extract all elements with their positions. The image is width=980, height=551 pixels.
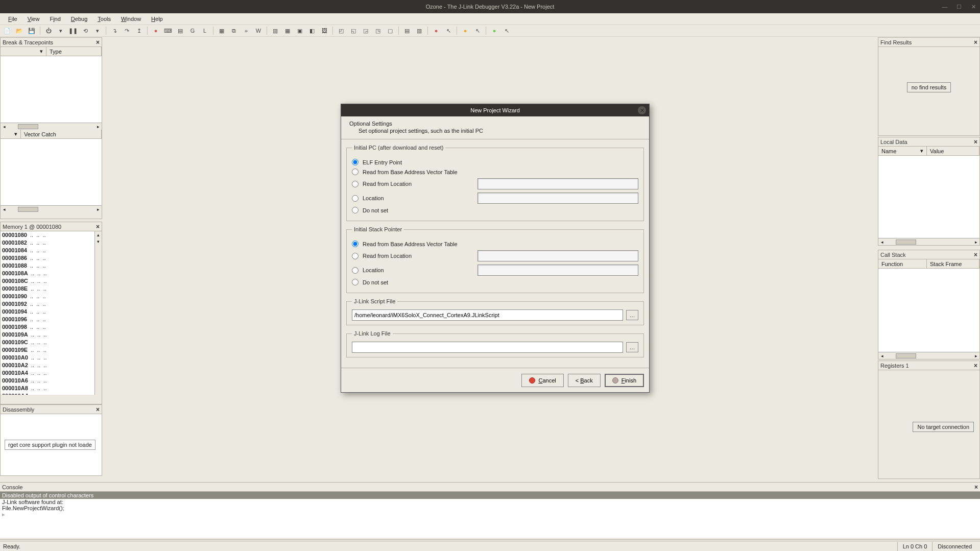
finish-button[interactable]: Finish: [605, 374, 644, 387]
toolbar-i3-icon[interactable]: ◲: [361, 26, 371, 35]
close-icon[interactable]: ×: [96, 223, 100, 230]
radio-sp-location[interactable]: [352, 267, 358, 274]
toolbar-graph-icon[interactable]: ⧉: [229, 26, 239, 35]
panel-title: Registers 1: [880, 363, 909, 369]
maximize-icon[interactable]: ☐: [955, 3, 963, 10]
menu-window[interactable]: Window: [116, 15, 146, 23]
toolbar-global-icon[interactable]: G: [187, 26, 198, 35]
toolbar-step-into-icon[interactable]: ↴: [109, 26, 119, 35]
toolbar-cursor2-icon[interactable]: ↖: [472, 26, 483, 35]
toolbar-cursor3-icon[interactable]: ↖: [501, 26, 512, 35]
radio-location[interactable]: [352, 195, 358, 202]
radio-sp-do-not-set[interactable]: [352, 279, 358, 285]
scrollbar-horizontal[interactable]: ◂▸: [1, 123, 102, 130]
toolbar-data-icon[interactable]: ▤: [175, 26, 185, 35]
menu-help[interactable]: Help: [146, 15, 168, 23]
toolbar-i2-icon[interactable]: ◱: [348, 26, 358, 35]
memory-view[interactable]: 00001080 .. .. ..00001082 .. .. ..000010…: [1, 231, 102, 395]
memory-row: 00001092 .. .. ..: [1, 300, 102, 308]
toolbar-dropdown-icon[interactable]: ▾: [56, 26, 66, 35]
location-input[interactable]: [477, 193, 638, 204]
read-location-input[interactable]: [477, 178, 638, 189]
toolbar-i1-icon[interactable]: ◰: [336, 26, 346, 35]
console-prompt[interactable]: ▸: [0, 511, 980, 518]
close-icon[interactable]: ×: [96, 39, 100, 46]
toolbar-img-icon[interactable]: 🖼: [319, 26, 329, 35]
toolbar-mem-icon[interactable]: ▥: [270, 26, 280, 35]
menu-find[interactable]: Find: [44, 15, 65, 23]
column-function[interactable]: Function: [878, 259, 927, 268]
toolbar-t1-icon[interactable]: ◧: [307, 26, 317, 35]
minimize-icon[interactable]: —: [941, 3, 948, 10]
toolbar-chip-icon[interactable]: ▦: [217, 26, 227, 35]
new-project-wizard-dialog: New Project Wizard ✕ Optional Settings S…: [341, 104, 650, 393]
radio-base-vector[interactable]: [352, 169, 358, 175]
cancel-button[interactable]: Cancel: [521, 374, 563, 387]
call-stack-list: [878, 269, 979, 352]
window-title: Ozone - The J-Link Debugger V3.22a - New…: [426, 4, 555, 10]
toolbar-separator: [457, 27, 457, 35]
close-icon[interactable]: ×: [974, 484, 978, 491]
scrollbar-vertical[interactable]: ▴▾: [94, 231, 102, 395]
radio-do-not-set[interactable]: [352, 207, 358, 213]
toolbar-pause-icon[interactable]: ❚❚: [68, 26, 78, 35]
console-output[interactable]: Disabled output of control characters J-…: [0, 492, 980, 538]
jlink-log-input[interactable]: [352, 342, 623, 353]
sp-location-input[interactable]: [477, 265, 638, 276]
menu-file[interactable]: File: [3, 15, 22, 23]
close-icon[interactable]: ×: [974, 362, 977, 369]
close-icon[interactable]: ×: [974, 251, 977, 258]
toolbar-blue-icon[interactable]: ▥: [414, 26, 424, 35]
radio-sp-base-vector[interactable]: [352, 241, 358, 247]
chevron-down-icon[interactable]: ▾: [1, 47, 46, 56]
toolbar-green-dot-icon[interactable]: ●: [489, 26, 499, 35]
memory-row: 0000109A .. .. ..: [1, 331, 102, 339]
memory-row: 000010A4 .. .. ..: [1, 369, 102, 377]
close-icon[interactable]: ×: [974, 39, 977, 46]
menu-debug[interactable]: Debug: [66, 15, 92, 23]
browse-button[interactable]: …: [626, 342, 638, 352]
scrollbar-horizontal[interactable]: ◂▸: [878, 352, 979, 359]
scrollbar-horizontal[interactable]: ◂▸: [878, 238, 979, 245]
toolbar-reset-icon[interactable]: ⟲: [80, 26, 90, 35]
jlink-script-input[interactable]: [352, 309, 623, 321]
toolbar-i5-icon[interactable]: ▢: [385, 26, 395, 35]
toolbar-cursor-icon[interactable]: ↖: [443, 26, 453, 35]
toolbar-local-icon[interactable]: L: [200, 26, 210, 35]
column-type[interactable]: Type: [46, 47, 102, 56]
toolbar-term-icon[interactable]: ▣: [295, 26, 305, 35]
back-button[interactable]: < Back: [568, 374, 601, 387]
toolbar-open-icon[interactable]: 📂: [14, 26, 25, 35]
toolbar-reg-icon[interactable]: ▦: [282, 26, 293, 35]
toolbar-i4-icon[interactable]: ◳: [373, 26, 383, 35]
browse-button[interactable]: …: [626, 310, 638, 320]
column-stack-frame[interactable]: Stack Frame: [927, 259, 979, 268]
radio-elf-entry[interactable]: [352, 159, 358, 165]
toolbar-next-icon[interactable]: »: [241, 26, 251, 35]
toolbar-step-out-icon[interactable]: ↥: [134, 26, 144, 35]
dialog-close-icon[interactable]: ✕: [638, 106, 646, 114]
sp-read-location-input[interactable]: [477, 250, 638, 261]
close-icon[interactable]: ✕: [970, 3, 977, 10]
no-target-connection: No target connection: [913, 422, 974, 432]
toolbar-record-icon[interactable]: ●: [151, 26, 161, 35]
toolbar-step-over-icon[interactable]: ↷: [122, 26, 132, 35]
toolbar-orange-dot-icon[interactable]: ●: [460, 26, 470, 35]
menu-tools[interactable]: Tools: [92, 15, 116, 23]
close-icon[interactable]: ×: [974, 138, 977, 146]
menu-view[interactable]: View: [22, 15, 45, 23]
toolbar-code-icon[interactable]: ⌨: [163, 26, 173, 35]
toolbar-grey-icon[interactable]: ▤: [402, 26, 412, 35]
toolbar-power-icon[interactable]: ⏻: [43, 26, 54, 35]
radio-read-location[interactable]: [352, 181, 358, 187]
toolbar-dropdown2-icon[interactable]: ▾: [92, 26, 103, 35]
toolbar-new-icon[interactable]: 📄: [2, 26, 12, 35]
chevron-down-icon[interactable]: ▾: [1, 130, 21, 138]
column-value[interactable]: Value: [927, 147, 979, 155]
toolbar-watch-icon[interactable]: W: [253, 26, 264, 35]
toolbar-red-dot-icon[interactable]: ●: [431, 26, 441, 35]
close-icon[interactable]: ×: [96, 406, 100, 413]
scrollbar-horizontal[interactable]: ◂▸: [1, 205, 102, 212]
radio-sp-read-location[interactable]: [352, 253, 358, 259]
toolbar-save-icon[interactable]: 💾: [27, 26, 37, 35]
